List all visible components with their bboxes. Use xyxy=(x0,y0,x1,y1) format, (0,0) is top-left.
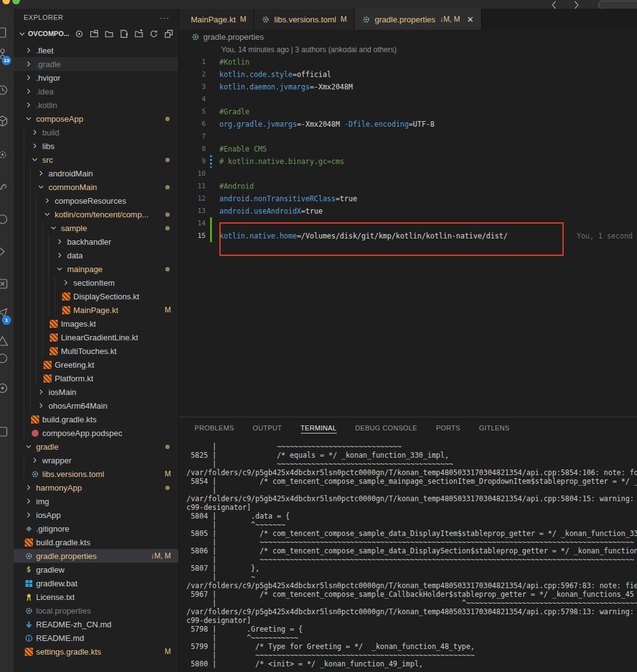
target-icon[interactable] xyxy=(75,29,84,39)
indent-guide xyxy=(30,371,36,385)
code-editor[interactable]: You, 14 minutes ago | 3 authors (ankodai… xyxy=(179,43,637,417)
panel-tab-problems[interactable]: PROBLEMS xyxy=(195,423,234,433)
tree-item[interactable]: .gradle xyxy=(14,57,178,71)
tree-item[interactable]: sectionItem xyxy=(14,276,178,289)
gutter-marker xyxy=(206,155,219,168)
tree-item[interactable]: androidMain xyxy=(14,166,178,180)
project-section-header[interactable]: OVCOMPO... xyxy=(14,26,178,41)
collapse-icon[interactable] xyxy=(164,29,173,39)
tree-item[interactable]: gradle xyxy=(14,440,178,453)
tree-item-label: mainpage xyxy=(67,265,103,274)
tree-item[interactable]: LinearGradientLine.kt xyxy=(14,330,178,344)
indent-guide xyxy=(36,303,42,317)
tree-item[interactable]: data xyxy=(14,248,178,262)
tree-item[interactable]: libs xyxy=(14,139,178,153)
tree-item[interactable]: img xyxy=(14,494,178,508)
folder-icon[interactable] xyxy=(104,29,114,39)
tree-item[interactable]: License.txt xyxy=(14,590,178,604)
tree-item[interactable]: sample xyxy=(14,221,178,235)
tree-item[interactable]: build.gradle.kts xyxy=(14,412,178,426)
tree-item[interactable]: libs.versions.tomlM xyxy=(14,467,178,481)
tree-item[interactable]: build xyxy=(14,125,178,139)
new-file-icon[interactable] xyxy=(119,29,129,39)
editor-tab[interactable]: gradle.properties↓M, M✕ xyxy=(355,9,482,30)
circle-activity-icon[interactable] xyxy=(0,352,9,365)
tree-item[interactable]: gradlew.bat xyxy=(14,576,178,590)
file-folder-icon[interactable] xyxy=(89,29,99,39)
tree-item[interactable]: README-zh_CN.md xyxy=(14,617,178,631)
indent-guide xyxy=(36,235,42,248)
circle-activity-icon[interactable] xyxy=(0,212,9,226)
box-activity-icon[interactable] xyxy=(0,114,9,128)
editor-tab[interactable]: MainPage.ktM xyxy=(179,9,254,30)
tree-item[interactable]: .hvigor xyxy=(14,71,178,84)
new-folder-icon[interactable] xyxy=(134,29,144,39)
tree-item[interactable]: $gradlew xyxy=(14,563,178,576)
target-activity-icon[interactable] xyxy=(0,381,9,395)
zoom-button[interactable] xyxy=(12,0,20,4)
editor-tab[interactable]: libs.versions.tomlM xyxy=(254,9,355,30)
panel-tab-gitlens[interactable]: GITLENS xyxy=(479,423,510,433)
refresh-icon[interactable] xyxy=(149,29,158,39)
square-x-activity-icon[interactable] xyxy=(0,277,9,291)
minimize-button[interactable] xyxy=(2,0,10,4)
chevron-activity-icon[interactable] xyxy=(0,245,9,258)
indent-guide xyxy=(30,344,36,358)
indent-guide xyxy=(24,235,30,248)
tree-item[interactable]: Greeting.kt xyxy=(14,358,178,371)
tree-item[interactable]: local.properties xyxy=(14,604,178,617)
panel-tab-terminal[interactable]: TERMINAL xyxy=(301,423,337,434)
tree-item[interactable]: composeApp xyxy=(14,112,178,125)
tree-item[interactable]: harmonyApp xyxy=(14,481,178,494)
nav-forward-icon[interactable] xyxy=(572,0,580,9)
tree-item[interactable]: Platform.kt xyxy=(14,371,178,385)
panel-tab-output[interactable]: OUTPUT xyxy=(253,423,282,433)
indent-guide xyxy=(30,207,36,221)
tree-item[interactable]: build.gradle.kts xyxy=(14,535,178,549)
tree-item[interactable]: iosApp xyxy=(14,508,178,522)
square-activity-icon[interactable] xyxy=(0,425,9,438)
tree-item[interactable]: ohosArm64Main xyxy=(14,399,178,412)
tree-item[interactable]: DisplaySections.kt xyxy=(14,289,178,303)
tree-item[interactable]: Images.kt xyxy=(14,317,178,330)
tree-item[interactable]: commonMain xyxy=(14,180,178,194)
tree-item[interactable]: composeResources xyxy=(14,194,178,207)
triangle-activity-icon[interactable] xyxy=(0,334,9,348)
file-activity-icon[interactable] xyxy=(0,26,9,40)
tree-item[interactable]: .gitignore xyxy=(14,522,178,535)
kotlin-file-icon xyxy=(61,305,71,315)
tree-item[interactable]: MultiTouches.kt xyxy=(14,344,178,358)
tree-item[interactable]: .idea xyxy=(14,84,178,98)
breadcrumb[interactable]: gradle.properties xyxy=(179,30,637,43)
explorer-more-actions-icon[interactable]: ··· xyxy=(160,13,170,22)
gutter-marker xyxy=(206,205,219,217)
tree-item[interactable]: gradle.properties↓M, M xyxy=(14,549,178,563)
tree-item[interactable]: src xyxy=(14,153,178,166)
terminal-output[interactable]: | ~~~~~~~~~~~~~~~~~~~~~~~~~~~~~ 5825 | /… xyxy=(179,438,637,672)
close-icon[interactable]: ✕ xyxy=(467,15,474,24)
tree-item[interactable]: composeApp.podspec xyxy=(14,426,178,440)
tree-item[interactable]: backhandler xyxy=(14,235,178,248)
tree-item[interactable]: .kotlin xyxy=(14,98,178,112)
indent-guide xyxy=(30,358,36,371)
tree-item[interactable]: settings.gradle.ktsM xyxy=(14,645,178,658)
indent-guide xyxy=(24,453,30,467)
panel-tab-ports[interactable]: PORTS xyxy=(436,423,460,433)
indent-guide xyxy=(24,262,30,276)
tree-item[interactable]: .fleet xyxy=(14,43,178,57)
tree-item[interactable]: mainpage xyxy=(14,262,178,276)
tree-item[interactable]: MainPage.ktM xyxy=(14,303,178,317)
tree-item[interactable]: wrapper xyxy=(14,453,178,467)
win-file-icon xyxy=(24,578,34,588)
clock-activity-icon[interactable] xyxy=(0,83,9,97)
gutter-marker xyxy=(206,56,219,68)
tree-item[interactable]: kotlin/com/tencent/comp... xyxy=(14,207,178,221)
nav-back-icon[interactable] xyxy=(550,0,559,9)
gear-activity-icon[interactable] xyxy=(0,148,9,161)
panel-tab-debug-console[interactable]: DEBUG CONSOLE xyxy=(355,423,418,433)
link-activity-icon[interactable] xyxy=(0,180,9,194)
tree-item[interactable]: README.md xyxy=(14,631,178,645)
command-center-search[interactable] xyxy=(598,1,637,9)
tree-item[interactable]: iosMain xyxy=(14,385,178,399)
token-plain: =-Xmx2048M xyxy=(309,83,352,91)
